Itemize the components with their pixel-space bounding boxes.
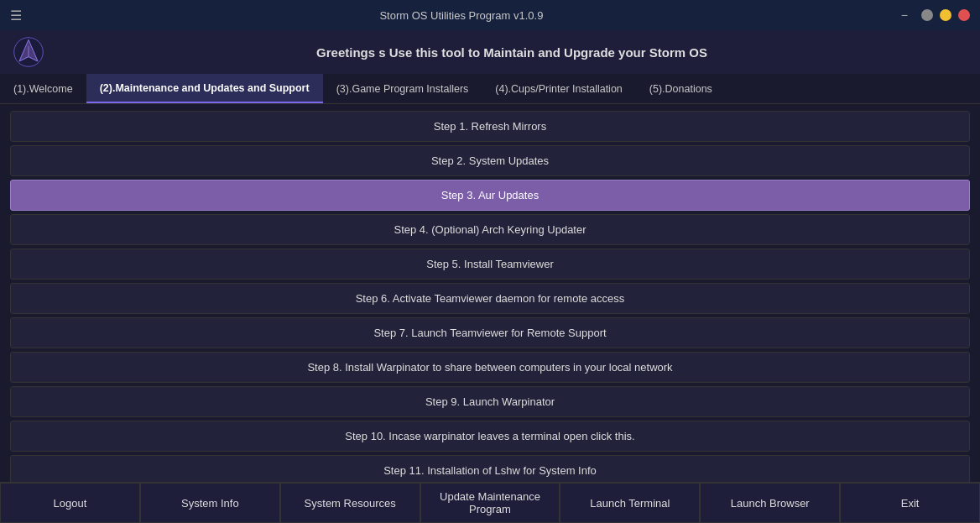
tab-5[interactable]: (5).Donations — [636, 74, 726, 103]
step-9[interactable]: Step 9. Launch Warpinator — [10, 386, 970, 417]
step-4[interactable]: Step 4. (Optional) Arch Keyring Updater — [10, 214, 970, 245]
btn-exit[interactable]: Exit — [840, 483, 980, 523]
minimize-button[interactable] — [921, 9, 933, 21]
maximize-button[interactable] — [940, 9, 951, 21]
tab-4[interactable]: (4).Cups/Printer Installation — [482, 74, 635, 103]
title-bar-controls: − — [901, 8, 970, 22]
btn-system-info[interactable]: System Info — [140, 483, 280, 523]
btn-launch-browser[interactable]: Launch Browser — [700, 483, 840, 523]
step-5[interactable]: Step 5. Install Teamviewer — [10, 248, 970, 280]
step-10[interactable]: Step 10. Incase warpinator leaves a term… — [10, 421, 970, 452]
hamburger-icon[interactable]: ☰ — [10, 8, 22, 24]
step-11[interactable]: Step 11. Installation of Lshw for System… — [10, 455, 970, 482]
app-header: Greetings s Use this tool to Maintain an… — [0, 30, 980, 74]
app-logo — [13, 37, 44, 67]
btn-logout[interactable]: Logout — [0, 483, 140, 523]
step-1[interactable]: Step 1. Refresh Mirrors — [10, 111, 970, 142]
main-content: Step 1. Refresh MirrorsStep 2. System Up… — [0, 104, 980, 482]
step-7[interactable]: Step 7. Launch Teamviewer for Remote Sup… — [10, 317, 970, 348]
title-bar-left: ☰ — [10, 8, 22, 24]
step-6[interactable]: Step 6. Activate Teamviewer daemon for r… — [10, 283, 970, 314]
tab-2[interactable]: (2).Maintenance and Updates and Support — [86, 74, 323, 103]
tab-1[interactable]: (1).Welcome — [0, 74, 86, 103]
title-bar-title: Storm OS Utilities Program v1.0.9 — [22, 9, 901, 22]
tabs-bar: (1).Welcome(2).Maintenance and Updates a… — [0, 74, 980, 104]
step-8[interactable]: Step 8. Install Warpinator to share betw… — [10, 352, 970, 383]
minimize-icon[interactable]: − — [901, 8, 908, 22]
btn-system-resources[interactable]: System Resources — [280, 483, 420, 523]
btn-update-maintenance[interactable]: Update Maintenance Program — [420, 483, 560, 523]
step-3[interactable]: Step 3. Aur Updates — [10, 180, 970, 211]
app-greeting: Greetings s Use this tool to Maintain an… — [57, 45, 967, 60]
btn-launch-terminal[interactable]: Launch Terminal — [560, 483, 700, 523]
bottom-bar: LogoutSystem InfoSystem ResourcesUpdate … — [0, 482, 980, 523]
tab-3[interactable]: (3).Game Program Installers — [323, 74, 482, 103]
close-button[interactable] — [958, 9, 970, 21]
step-2[interactable]: Step 2. System Updates — [10, 145, 970, 176]
title-bar: ☰ Storm OS Utilities Program v1.0.9 − — [0, 0, 980, 30]
